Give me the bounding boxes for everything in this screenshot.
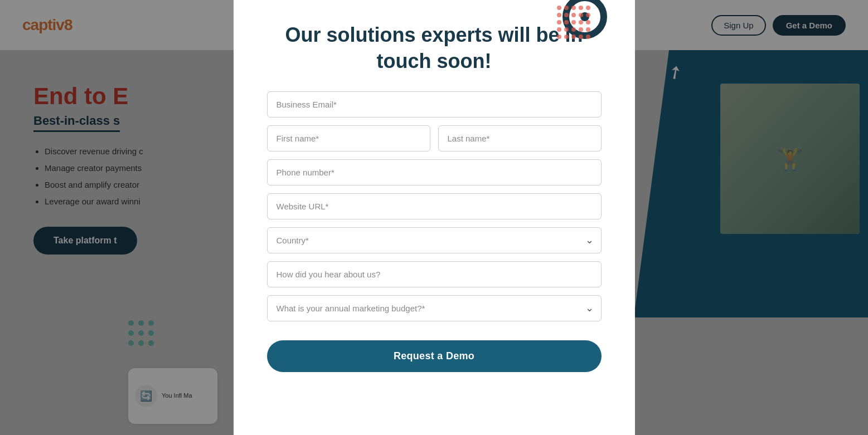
budget-group: What is your annual marketing budget?* U…: [267, 295, 602, 321]
red-dots-decoration: [557, 6, 590, 39]
modal: Our solutions experts will be in touch s…: [234, 0, 635, 435]
country-group: Country* United States United Kingdom Ca…: [267, 227, 602, 253]
website-input[interactable]: [267, 193, 602, 219]
request-demo-button[interactable]: Request a Demo: [267, 340, 602, 372]
business-email-input[interactable]: [267, 91, 602, 118]
website-group: [267, 193, 602, 219]
name-row: [267, 125, 602, 151]
hear-about-input[interactable]: [267, 261, 602, 287]
budget-select[interactable]: What is your annual marketing budget?* U…: [267, 295, 602, 321]
country-select[interactable]: Country* United States United Kingdom Ca…: [267, 227, 602, 253]
first-name-input[interactable]: [267, 125, 430, 151]
business-email-group: [267, 91, 602, 118]
demo-form: Country* United States United Kingdom Ca…: [267, 91, 602, 372]
phone-input[interactable]: [267, 159, 602, 185]
phone-group: [267, 159, 602, 185]
last-name-input[interactable]: [438, 125, 602, 151]
hear-about-group: [267, 261, 602, 287]
modal-title: Our solutions experts will be in touch s…: [267, 22, 602, 75]
